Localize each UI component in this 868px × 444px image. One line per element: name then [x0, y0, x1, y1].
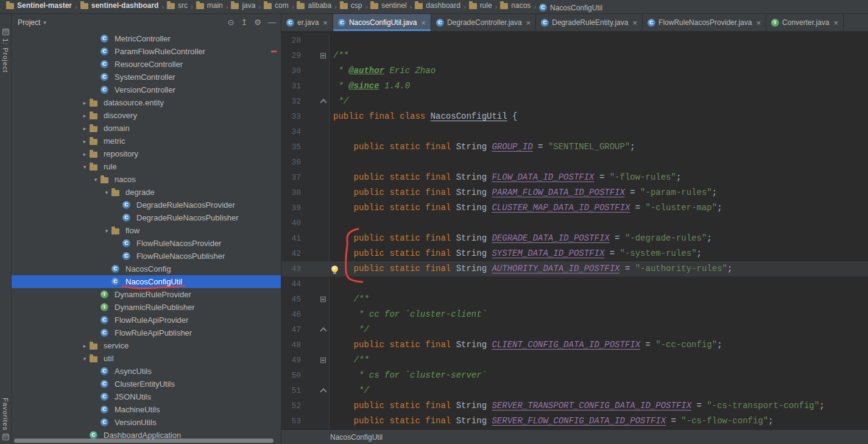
- breadcrumb-item-sentinel[interactable]: sentinel: [370, 1, 406, 10]
- tree-item-ParamFlowRuleController[interactable]: CParamFlowRuleController: [12, 45, 281, 58]
- code-text[interactable]: public static final String DEGRADE_DATA_…: [330, 231, 868, 246]
- expand-arrow-icon[interactable]: ▸: [80, 100, 90, 106]
- close-tab-icon[interactable]: ×: [632, 19, 637, 27]
- tree-item-rule[interactable]: ▾rule: [12, 160, 281, 173]
- tree-item-NacosConfigUtil[interactable]: CNacosConfigUtil: [12, 275, 281, 288]
- expand-arrow-icon[interactable]: ▸: [80, 151, 90, 157]
- gutter[interactable]: 47: [281, 322, 330, 337]
- expand-arrow-icon[interactable]: ▸: [80, 113, 90, 119]
- gutter[interactable]: 39: [281, 200, 330, 216]
- code-text[interactable]: /**: [330, 292, 868, 307]
- breadcrumb-item-sentinel-dashboard[interactable]: sentinel-dashboard: [80, 1, 159, 10]
- fold-end-icon[interactable]: [320, 327, 326, 334]
- fold-collapse-icon[interactable]: [320, 53, 326, 58]
- gutter[interactable]: 38: [281, 185, 330, 200]
- intention-bulb-icon[interactable]: [331, 266, 338, 272]
- collapse-arrow-icon[interactable]: ▾: [102, 228, 111, 234]
- close-tab-icon[interactable]: ×: [323, 19, 328, 27]
- tree-item-SystemController[interactable]: CSystemController: [12, 71, 281, 83]
- gutter[interactable]: 40: [281, 216, 330, 231]
- tree-item-degrade[interactable]: ▾degrade: [12, 186, 281, 199]
- code-text[interactable]: * @since 1.4.0: [330, 79, 868, 94]
- gutter[interactable]: 34: [281, 124, 330, 139]
- breadcrumb-item-Sentinel-master[interactable]: Sentinel-master: [6, 1, 72, 10]
- breadcrumb-item-src[interactable]: src: [167, 1, 188, 10]
- editor-tab-DegradeRuleEntity.java[interactable]: CDegradeRuleEntity.java×: [536, 14, 643, 31]
- tree-item-util[interactable]: ▾util: [12, 352, 281, 365]
- close-tab-icon[interactable]: ×: [421, 19, 426, 27]
- close-tab-icon[interactable]: ×: [833, 19, 838, 27]
- code-text[interactable]: [330, 33, 868, 48]
- gutter[interactable]: 30: [281, 63, 330, 79]
- breadcrumb-item-java[interactable]: java: [231, 1, 255, 10]
- gutter[interactable]: 42: [281, 246, 330, 261]
- breadcrumb-item-main[interactable]: main: [196, 1, 223, 10]
- close-tab-icon[interactable]: ×: [526, 19, 531, 27]
- editor-tab-Converter.java[interactable]: IConverter.java×: [766, 14, 844, 31]
- tree-item-domain[interactable]: ▸domain: [12, 122, 281, 135]
- code-text[interactable]: public final class NacosConfigUtil {: [330, 109, 868, 124]
- editor-tab-FlowRuleNacosProvider.java[interactable]: CFlowRuleNacosProvider.java×: [643, 14, 766, 31]
- gutter[interactable]: 28: [281, 33, 330, 48]
- tree-item-FlowRuleNacosProvider[interactable]: CFlowRuleNacosProvider: [12, 237, 281, 250]
- tree-item-datasource.entity[interactable]: ▸datasource.entity: [12, 96, 281, 109]
- tree-item-FlowRuleNacosPublisher[interactable]: CFlowRuleNacosPublisher: [12, 250, 281, 263]
- gutter[interactable]: 45: [281, 292, 330, 307]
- gutter[interactable]: 29: [281, 48, 330, 63]
- tree-item-DegradeRuleNacosPublisher[interactable]: CDegradeRuleNacosPublisher: [12, 211, 281, 224]
- tree-item-repository[interactable]: ▸repository: [12, 147, 281, 160]
- chevron-down-icon[interactable]: ▾: [43, 19, 46, 26]
- code-text[interactable]: * @author Eric Zhao: [330, 63, 868, 79]
- project-toolwindow-tab[interactable]: 1: Project: [2, 38, 9, 72]
- code-text[interactable]: public static final String AUTHORITY_DAT…: [330, 261, 868, 277]
- code-text[interactable]: */: [330, 322, 868, 337]
- collapse-arrow-icon[interactable]: ▾: [80, 356, 90, 362]
- fold-end-icon[interactable]: [320, 99, 326, 105]
- code-text[interactable]: public static final String SERVER_TRANSP…: [330, 398, 868, 414]
- editor-tab-er.java[interactable]: Cer.java×: [281, 14, 333, 31]
- gutter[interactable]: 31: [281, 79, 330, 94]
- tree-horizontal-scrollbar[interactable]: [14, 439, 273, 443]
- gutter[interactable]: 37: [281, 170, 330, 185]
- gutter[interactable]: 53: [281, 414, 330, 429]
- code-editor[interactable]: 2829/**30 * @author Eric Zhao31 * @since…: [281, 32, 868, 429]
- close-tab-icon[interactable]: ×: [756, 19, 761, 27]
- tree-item-service[interactable]: ▸service: [12, 339, 281, 352]
- tree-item-AsyncUtils[interactable]: CAsyncUtils: [12, 365, 281, 378]
- breadcrumb-item-NacosConfigUtil[interactable]: CNacosConfigUtil: [539, 4, 602, 12]
- code-text[interactable]: public static final String GROUP_ID = "S…: [330, 139, 868, 155]
- tree-item-VersionController[interactable]: CVersionController: [12, 83, 281, 96]
- code-text[interactable]: public static final String CLIENT_CONFIG…: [330, 337, 868, 353]
- code-text[interactable]: public static final String FLOW_DATA_ID_…: [330, 170, 868, 185]
- gutter[interactable]: 33: [281, 109, 330, 124]
- tree-item-VersionUtils[interactable]: CVersionUtils: [12, 416, 281, 429]
- editor-tab-NacosConfigUtil.java[interactable]: CNacosConfigUtil.java×: [333, 14, 431, 31]
- expand-arrow-icon[interactable]: ▸: [80, 138, 90, 144]
- tree-item-discovery[interactable]: ▸discovery: [12, 109, 281, 122]
- tree-item-MetricController[interactable]: CMetricController: [12, 32, 281, 45]
- collapse-all-icon[interactable]: ↥: [241, 18, 247, 27]
- code-text[interactable]: */: [330, 94, 868, 109]
- breadcrumb-item-csp[interactable]: csp: [340, 1, 362, 10]
- tree-item-metric[interactable]: ▸metric: [12, 135, 281, 147]
- breadcrumb-item-rule[interactable]: rule: [469, 1, 492, 10]
- gutter[interactable]: 50: [281, 368, 330, 383]
- code-text[interactable]: [330, 216, 868, 231]
- breadcrumb-item-dashboard[interactable]: dashboard: [415, 1, 460, 10]
- gutter[interactable]: 36: [281, 155, 330, 170]
- gutter[interactable]: 52: [281, 398, 330, 414]
- tree-item-DegradeRuleNacosProvider[interactable]: CDegradeRuleNacosProvider: [12, 199, 281, 211]
- expand-arrow-icon[interactable]: ▸: [80, 343, 90, 349]
- editor-tab-DegradeController.java[interactable]: CDegradeController.java×: [431, 14, 536, 31]
- code-text[interactable]: public static final String CLUSTER_MAP_D…: [330, 200, 868, 216]
- editor-breadcrumb-item[interactable]: NacosConfigUtil: [330, 433, 383, 442]
- expand-arrow-icon[interactable]: ▸: [80, 125, 90, 132]
- tree-item-nacos[interactable]: ▾nacos: [12, 173, 281, 186]
- collapse-arrow-icon[interactable]: ▾: [80, 164, 90, 170]
- gutter[interactable]: 49: [281, 353, 330, 368]
- project-panel-title[interactable]: Project: [18, 18, 40, 27]
- code-text[interactable]: * cc for `cluster-client`: [330, 307, 868, 322]
- code-text[interactable]: public static final String PARAM_FLOW_DA…: [330, 185, 868, 200]
- gutter[interactable]: 35: [281, 139, 330, 155]
- tree-item-NacosConfig[interactable]: CNacosConfig: [12, 263, 281, 275]
